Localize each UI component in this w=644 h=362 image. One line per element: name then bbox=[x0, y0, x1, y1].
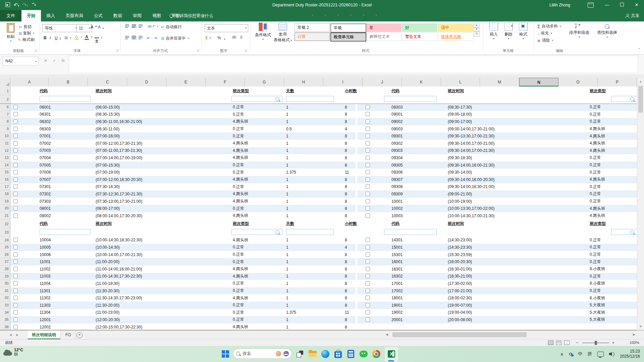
ime-language-indicator[interactable]: 中 bbox=[578, 351, 582, 357]
ribbon-tab-审阅[interactable]: 审阅 bbox=[127, 10, 147, 21]
autosum-button[interactable]: 自动求和 bbox=[537, 23, 561, 29]
enter-icon[interactable]: ✓ bbox=[50, 57, 58, 65]
decrease-decimal-button[interactable]: .0 bbox=[239, 36, 242, 39]
row-checkbox[interactable] bbox=[366, 245, 370, 249]
row-header-31[interactable]: 31 bbox=[0, 287, 10, 295]
edge-button[interactable] bbox=[320, 349, 331, 359]
row-header-33[interactable]: 33 bbox=[0, 302, 10, 309]
scroll-up-icon[interactable]: ▲ bbox=[637, 78, 644, 84]
filter-code-input[interactable] bbox=[40, 229, 91, 235]
paste-button[interactable]: 粘贴 ▾ bbox=[4, 23, 17, 43]
phonetic-guide-button[interactable]: wén文 bbox=[95, 36, 102, 40]
ribbon-tab-页面布局[interactable]: 页面布局 bbox=[60, 10, 89, 21]
row-header-7[interactable]: 7 bbox=[0, 111, 10, 118]
row-checkbox[interactable] bbox=[13, 238, 18, 242]
cell-style-常规[interactable]: 常规 bbox=[330, 23, 366, 33]
sheet-nav-prev-icon[interactable]: ◀ bbox=[9, 330, 12, 340]
row-checkbox[interactable] bbox=[13, 199, 18, 203]
row-checkbox[interactable] bbox=[13, 281, 18, 286]
ribbon-tab-文件[interactable]: 文件 bbox=[0, 10, 21, 21]
tell-me-box[interactable]: 告诉我你想要做什么 bbox=[169, 10, 213, 21]
close-button[interactable]: ✕ bbox=[629, 0, 644, 10]
row-checkbox[interactable] bbox=[366, 163, 370, 167]
filter-code-input[interactable] bbox=[40, 96, 91, 102]
row-checkbox[interactable] bbox=[13, 119, 18, 124]
top-align-button[interactable] bbox=[125, 24, 130, 28]
row-checkbox[interactable] bbox=[366, 141, 370, 145]
task-view-button[interactable] bbox=[294, 349, 305, 359]
row-checkbox[interactable] bbox=[13, 245, 18, 249]
row-header-18[interactable]: 18 bbox=[0, 190, 10, 198]
row-checkbox[interactable] bbox=[366, 177, 370, 182]
row-checkbox[interactable] bbox=[13, 192, 18, 196]
gallery-more-icon[interactable]: ⊽ bbox=[474, 32, 480, 37]
clear-button[interactable]: 清除 bbox=[537, 38, 553, 43]
copy-button[interactable]: 复制 bbox=[19, 31, 35, 36]
underline-button[interactable]: U bbox=[55, 36, 61, 40]
row-header-11[interactable]: 11 bbox=[0, 140, 10, 147]
fill-button[interactable]: 填充 bbox=[537, 31, 552, 36]
middle-align-button[interactable] bbox=[131, 24, 137, 28]
sheet-tab-班次明细说明[interactable]: 班次明细说明 bbox=[28, 330, 60, 339]
row-checkbox[interactable] bbox=[13, 289, 18, 293]
align-left-button[interactable] bbox=[125, 36, 130, 40]
row-checkbox[interactable] bbox=[366, 289, 370, 293]
row-checkbox[interactable] bbox=[366, 267, 370, 271]
column-header-N[interactable]: N bbox=[519, 78, 558, 86]
row-header-35[interactable]: 35 bbox=[0, 316, 10, 323]
ribbon-tab-开始[interactable]: 开始 bbox=[21, 10, 41, 21]
number-format-combo[interactable]: 文本▾ bbox=[205, 24, 248, 32]
row-header-16[interactable]: 16 bbox=[0, 176, 10, 183]
gallery-down-icon[interactable]: ▼ bbox=[474, 27, 480, 32]
ribbon-display-options-icon[interactable] bbox=[588, 2, 594, 8]
row-checkbox[interactable] bbox=[13, 267, 18, 271]
row-header-32[interactable]: 32 bbox=[0, 294, 10, 302]
vertical-scrollbar[interactable]: ▲ ▼ bbox=[637, 78, 644, 330]
ribbon-tab-视图[interactable]: 视图 bbox=[147, 10, 166, 21]
column-header-O[interactable]: O bbox=[558, 78, 598, 86]
column-header-B[interactable]: B bbox=[49, 78, 88, 86]
clock[interactable]: 15:232025/12/16 bbox=[620, 349, 640, 359]
row-checkbox[interactable] bbox=[366, 119, 370, 124]
row-header-14[interactable]: 14 bbox=[0, 162, 10, 169]
merge-center-button[interactable]: 合并后居中 bbox=[161, 36, 189, 41]
row-checkbox[interactable] bbox=[13, 141, 18, 145]
row-checkbox[interactable] bbox=[366, 184, 370, 189]
user-account[interactable]: Lilith Zhong bbox=[549, 0, 570, 10]
row-header-36[interactable]: 36 bbox=[0, 323, 10, 330]
align-center-button[interactable] bbox=[131, 36, 137, 40]
row-header-22[interactable]: 22 bbox=[0, 220, 10, 228]
maximize-button[interactable] bbox=[614, 0, 629, 10]
number-dialog-launcher[interactable] bbox=[244, 49, 247, 52]
cell-style-适中[interactable]: 适中 bbox=[438, 23, 473, 32]
row-checkbox[interactable] bbox=[366, 134, 370, 138]
share-button[interactable]: 共享 bbox=[625, 10, 639, 21]
column-header-A[interactable]: A bbox=[10, 78, 49, 86]
row-header-23[interactable]: 23 bbox=[0, 228, 10, 237]
format-as-table-button[interactable]: 套用表格格式 ▾ bbox=[272, 22, 293, 43]
italic-button[interactable]: I bbox=[50, 36, 51, 40]
orientation-button[interactable]: ab↗ bbox=[148, 24, 158, 28]
row-checkbox[interactable] bbox=[366, 206, 370, 210]
fill-color-button[interactable]: ◇ bbox=[74, 35, 82, 39]
taskbar-search[interactable]: 搜索 bbox=[233, 349, 292, 359]
increase-indent-button[interactable]: ⇥ bbox=[154, 36, 157, 40]
filter-type-input[interactable] bbox=[231, 229, 282, 235]
row-checkbox[interactable] bbox=[366, 310, 370, 314]
column-header-D[interactable]: D bbox=[127, 78, 166, 86]
row-checkbox[interactable] bbox=[366, 112, 370, 116]
row-checkbox[interactable] bbox=[366, 259, 370, 264]
tray-chevron-icon[interactable]: ∧ bbox=[560, 352, 564, 357]
select-all-corner[interactable] bbox=[0, 78, 10, 86]
filter-code-input[interactable] bbox=[384, 96, 437, 102]
column-header-E[interactable]: E bbox=[166, 78, 206, 86]
cell-style-好[interactable]: 好 bbox=[402, 23, 437, 32]
cell-style-解释性文本[interactable]: 解释性文本 bbox=[366, 33, 401, 41]
row-checkbox[interactable] bbox=[366, 274, 370, 278]
excel-taskbar-button[interactable]: X bbox=[385, 347, 398, 361]
row-header-24[interactable]: 24 bbox=[0, 237, 10, 244]
file-explorer-button[interactable] bbox=[307, 349, 318, 359]
row-checkbox[interactable] bbox=[366, 170, 370, 174]
cell-style-差[interactable]: 差 bbox=[366, 23, 401, 32]
row-checkbox[interactable] bbox=[13, 296, 18, 300]
